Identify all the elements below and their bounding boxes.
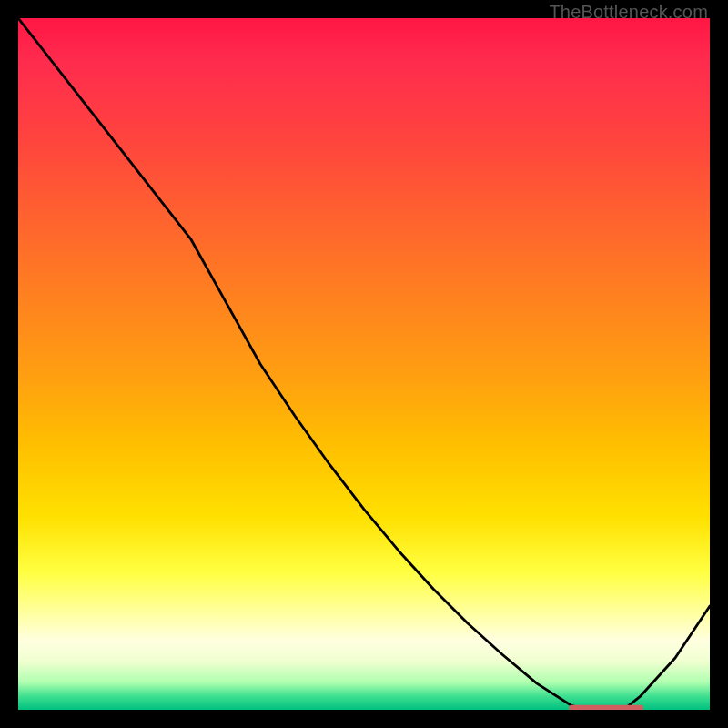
- chart-plot: [18, 18, 710, 710]
- chart-background-gradient: [18, 18, 710, 710]
